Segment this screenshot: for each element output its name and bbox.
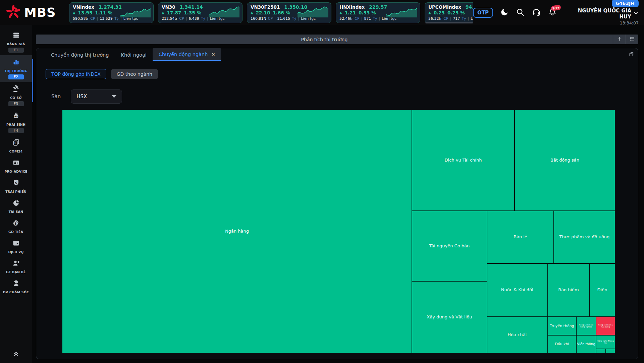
sidebar-item-add-friend[interactable]: GT BẠN BÈ [0,256,32,277]
index-ticker-card[interactable]: VN30F2501 1,350.10 ▲ 22.10 1.66 % 160.81… [247,2,331,23]
treemap-cell-label [610,351,611,351]
tab-2[interactable]: Chuyển động ngành ✕ [153,48,221,61]
treemap-cell-dien[interactable]: Điện [589,263,615,317]
search-button[interactable] [516,8,525,17]
treemap-cell-xay-dung-va-vat-lieu[interactable]: Xây dựng và Vật liệu [412,281,487,353]
index-value: 94. [466,4,473,10]
treemap-cell-dau-khi[interactable]: Dầu khí [548,335,576,353]
window-titlebar[interactable]: Phân tích thị trường [36,35,638,44]
treemap-cell-tiny-cell-1[interactable] [596,349,606,353]
otp-button[interactable]: OTP [473,8,493,18]
tab-1[interactable]: Khối ngoại [115,48,153,61]
index-change-pct: 1.35 % [184,10,201,15]
sidebar-item-market-chart[interactable]: THỊ TRƯỜNG F2 [0,55,32,82]
sidebar-item-price-board[interactable]: BẢNG GIÁ F1 [0,28,32,55]
dark-mode-toggle[interactable] [500,8,509,17]
sidebar-item-gavel[interactable]: CƠ SỞ F3 [0,82,32,109]
tab-bar: Chuyển động thị trường Khối ngoại Chuyển… [36,48,638,61]
treemap-cell-hang-ca-nhan-va-gia-dung[interactable]: Hàng cá nhân & Gia dụng [596,317,615,335]
search-icon [516,8,525,17]
volume-unit: CP [90,16,95,21]
shortcut-badge: F3 [8,101,24,106]
sidebar-item-label: BẢNG GIÁ [7,42,25,46]
sidebar-item-support-agent[interactable]: DV CHĂM SÓC [0,277,32,297]
sidebar-item-bond-shield[interactable]: $ TRÁI PHIẾU [0,176,32,196]
index-turnover: 13,529 [100,16,113,21]
clock-time: 13:34:07 [620,20,639,25]
ticker-scrollbar[interactable] [425,22,473,23]
treemap-cell-label: Hàng & Dịch vụ Công nghiệp [577,323,596,329]
sidebar-item-id-card[interactable]: PRO-ADVICE [0,156,32,176]
view-button-1[interactable]: GD theo ngành [111,69,158,79]
sidebar-item-copy[interactable]: C COPI24 [0,136,32,156]
turnover-unit: Tỷ [201,16,205,21]
index-change-pct: 1.11 % [95,10,112,15]
shortcut-badge: F1 [8,48,24,53]
index-name: VN30 [162,4,175,10]
scrollbar-thumb[interactable] [32,59,33,102]
separator: | [468,16,469,21]
index-ticker-card[interactable]: UPCOMIndex 94. ▲ 0.23 0.25 % 56.32tr CP … [425,2,473,23]
index-ticker-card[interactable]: HNXIndex 229.57 ▲ 1.21 0.53 % 52.46tr CP… [336,2,420,23]
index-ticker-card[interactable]: VNIndex 1,274.31 ▲ 13.95 1.11 % 590.58tr… [69,2,154,23]
topbar-actions: OTP 99+ 6463JH NGUYỄN QUỐC GIA HUY 13:34… [473,0,644,25]
bond-shield-icon: $ [12,179,20,188]
separator: | [97,16,98,21]
double-chevron-up-icon [12,349,20,358]
window-title: Phân tích thị trường [36,37,613,42]
treemap-cell-ban-le[interactable]: Bán lẻ [487,211,554,263]
sidebar-item-derivatives-bag[interactable]: PS PHÁI SINH F4 [0,109,32,136]
treemap-cell-tai-nguyen-co-ban[interactable]: Tài nguyên Cơ bản [412,211,487,281]
treemap-cell-hoa-chat[interactable]: Hóa chất [487,317,548,353]
separator: | [186,16,187,21]
view-toggle-group: TOP đóng góp INDEXGD theo ngành [36,69,638,79]
separator: | [274,16,276,21]
treemap-cell-truyen-thong[interactable]: Truyền thông [548,317,576,335]
treemap-cell-thuc-pham-va-do-uong[interactable]: Thực phẩm và đồ uống [554,211,615,263]
support-button[interactable] [532,7,541,18]
index-change: 17.87 [167,10,181,15]
treemap-cell-nuoc-khi-dot[interactable]: Nước & Khí đốt [487,263,548,317]
exchange-select[interactable]: HSX [71,89,122,104]
treemap-cell-hang-va-dich-vu-cong-nghiep[interactable]: Hàng & Dịch vụ Công nghiệp [576,317,596,335]
sidebar-item-wallet[interactable]: DỊCH VỤ [0,236,32,256]
sparkline-chart [209,5,239,19]
treemap-cell-label: Bán lẻ [513,234,528,240]
treemap-cell-label: Tài nguyên Cơ bản [429,243,470,249]
session-status: Liên tục [471,16,473,21]
treemap-cell-cong-nghe-thong-tin[interactable]: Công nghệ Thông tin [596,335,615,349]
treemap-cell-label: Điện [597,287,608,293]
layout-list-button[interactable] [626,35,638,44]
treemap-cell-bao-hiem[interactable]: Bảo hiểm [548,263,589,317]
tab-0[interactable]: Chuyển động thị trường [45,48,115,61]
sidebar: BẢNG GIÁ F1 THỊ TRƯỜNG F2 CƠ SỞ F3 PS PH… [0,25,32,363]
index-change: 13.95 [78,10,93,15]
user-menu[interactable]: NGUYỄN QUỐC GIA HUY [565,8,639,20]
index-turnover: 871 [364,16,371,21]
popout-window-icon[interactable] [629,52,634,58]
view-button-0[interactable]: TOP đóng góp INDEX [46,69,106,79]
tab-label: Chuyển động ngành [159,52,208,57]
sidebar-collapse-button[interactable] [0,349,32,358]
index-turnover: 21,615 [277,16,290,21]
turnover-unit: Tỷ [373,16,377,21]
mbs-logo[interactable]: MBS [5,3,69,22]
treemap-cell-label: Viễn thông [577,342,595,347]
treemap-cell-tiny-cell-2[interactable] [606,349,615,353]
account-badge[interactable]: 6463JH [612,0,639,7]
close-tab-icon[interactable]: ✕ [211,52,215,57]
sidebar-item-pie-chart[interactable]: TÀI SẢN [0,196,32,216]
index-value: 229.57 [369,4,387,10]
gavel-icon [12,85,20,94]
volume-unit: CP [355,16,359,21]
treemap-cell-ngan-hang[interactable]: Ngân hàng [62,110,412,353]
notifications-button[interactable]: 99+ [548,8,557,17]
sidebar-item-coin[interactable]: $ GD TIỀN [0,216,32,236]
index-volume: 590.58tr [73,16,89,21]
index-ticker-card[interactable]: VN30 1,341.14 ▲ 17.87 1.35 % 212.54tr CP… [158,2,243,23]
treemap-cell-label: Thực phẩm và đồ uống [559,234,610,240]
treemap-cell-vien-thong[interactable]: Viễn thông [576,335,596,353]
treemap-cell-dich-vu-tai-chinh[interactable]: Dịch vụ Tài chính [412,110,515,211]
add-tab-button[interactable] [613,35,626,44]
treemap-cell-bat-dong-san[interactable]: Bất động sản [515,110,615,211]
